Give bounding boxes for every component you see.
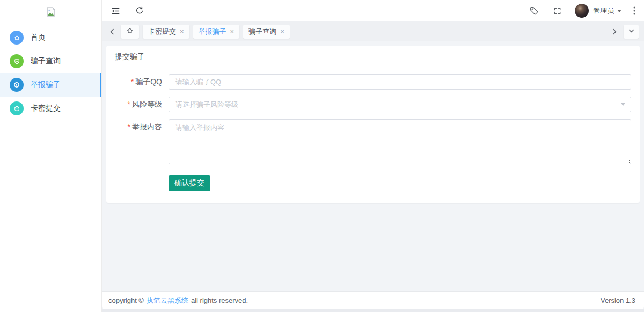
sidebar-item-report-scammer[interactable]: 举报骗子 [0, 73, 101, 97]
tabs-scroll-right-icon[interactable] [610, 28, 619, 35]
sidebar-item-label: 举报骗子 [31, 80, 61, 90]
form-actions: 确认提交 [115, 175, 631, 191]
sidebar-item-scammer-query[interactable]: 骗子查询 [0, 49, 101, 73]
bottom-strip [102, 309, 644, 312]
required-asterisk: * [131, 77, 134, 86]
report-form: *骗子QQ *风险等级 [106, 67, 640, 203]
sidebar-item-card-submit[interactable]: 卡密提交 [0, 97, 101, 120]
tab-close-icon[interactable]: × [230, 28, 235, 35]
refresh-icon[interactable] [135, 6, 144, 16]
shield-check-icon [10, 54, 24, 68]
form-row-content: *举报内容 [115, 119, 631, 166]
tab-bar: 卡密提交 × 举报骗子 × 骗子查询 × [102, 21, 644, 41]
submit-button[interactable]: 确认提交 [169, 175, 210, 191]
required-asterisk: * [128, 122, 130, 131]
report-drop-icon [10, 78, 24, 92]
sidebar-menu: 首页 骗子查询 举报骗子 卡密提交 [0, 26, 101, 120]
fullscreen-icon[interactable] [553, 6, 562, 16]
user-name: 管理员 [593, 6, 614, 16]
site-link[interactable]: 执笔云黑系统 [147, 296, 188, 306]
cube-icon [10, 101, 24, 115]
sidebar-item-home[interactable]: 首页 [0, 26, 101, 49]
copyright-suffix: all rights reserved. [191, 296, 248, 304]
content-area: 提交骗子 *骗子QQ *风险等级 [102, 41, 644, 291]
form-row-qq: *骗子QQ [115, 74, 631, 90]
tab-card-submit[interactable]: 卡密提交 × [143, 25, 189, 39]
field-control [169, 74, 631, 90]
field-label: *骗子QQ [115, 74, 162, 90]
tab-report-scammer[interactable]: 举报骗子 × [193, 25, 240, 39]
tab-scammer-query[interactable]: 骗子查询 × [243, 25, 290, 39]
field-label: *举报内容 [115, 119, 162, 166]
tabs-scroll-left-icon[interactable] [107, 28, 117, 35]
home-icon [126, 27, 134, 36]
chevron-down-icon [628, 27, 635, 37]
avatar [575, 4, 589, 18]
user-menu[interactable]: 管理员 [575, 4, 621, 18]
sidebar-item-label: 卡密提交 [31, 104, 61, 113]
top-header: 管理员 [102, 0, 644, 21]
report-content-textarea[interactable] [169, 119, 631, 164]
tab-close-icon[interactable]: × [180, 28, 184, 35]
broken-image-icon [46, 6, 56, 19]
caret-down-icon [617, 10, 621, 12]
form-row-risk: *风险等级 [115, 97, 631, 112]
tab-label: 骗子查询 [248, 27, 276, 37]
sidebar-item-label: 首页 [31, 33, 46, 42]
sidebar-item-label: 骗子查询 [31, 56, 61, 66]
card-title: 提交骗子 [106, 46, 640, 67]
copyright-prefix: copyright © [108, 296, 144, 304]
tab-home[interactable] [121, 25, 139, 39]
version-label: Version 1.3 [601, 296, 635, 304]
tab-label: 卡密提交 [148, 27, 176, 37]
scammer-qq-input[interactable] [169, 74, 631, 90]
collapse-menu-icon[interactable] [111, 6, 121, 16]
more-vertical-icon[interactable] [633, 6, 635, 15]
footer: copyright © 执笔云黑系统 all rights reserved. … [102, 291, 644, 309]
required-asterisk: * [128, 100, 130, 108]
field-control [169, 97, 631, 112]
field-label: *风险等级 [115, 97, 162, 112]
tab-actions-dropdown[interactable] [624, 25, 639, 39]
logo [0, 0, 101, 26]
tag-icon[interactable] [529, 6, 539, 16]
field-control [169, 119, 631, 166]
app-window: 首页 骗子查询 举报骗子 卡密提交 [0, 0, 644, 312]
sidebar: 首页 骗子查询 举报骗子 卡密提交 [0, 0, 102, 312]
main-region: 管理员 卡密提交 × 举报骗子 × [102, 0, 644, 312]
risk-level-select[interactable] [169, 97, 631, 112]
home-icon [10, 31, 24, 45]
tab-label: 举报骗子 [199, 27, 226, 37]
tab-close-icon[interactable]: × [280, 28, 284, 35]
form-card: 提交骗子 *骗子QQ *风险等级 [106, 46, 640, 203]
